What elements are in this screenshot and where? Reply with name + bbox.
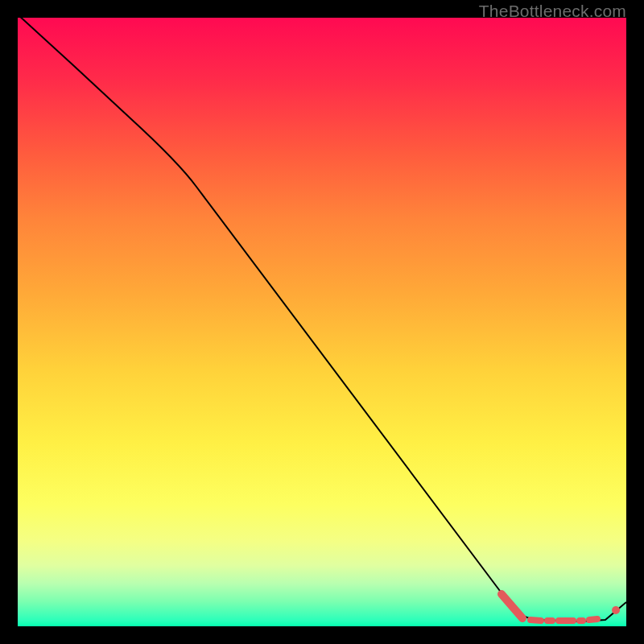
svg-line-1	[530, 620, 541, 621]
svg-line-0	[502, 594, 522, 618]
curve-overlay	[18, 18, 626, 626]
bottleneck-curve	[18, 14, 626, 621]
svg-point-6	[612, 606, 620, 614]
highlight-marker	[502, 594, 620, 621]
chart-frame: TheBottleneck.com	[0, 0, 644, 644]
svg-line-5	[589, 619, 597, 620]
